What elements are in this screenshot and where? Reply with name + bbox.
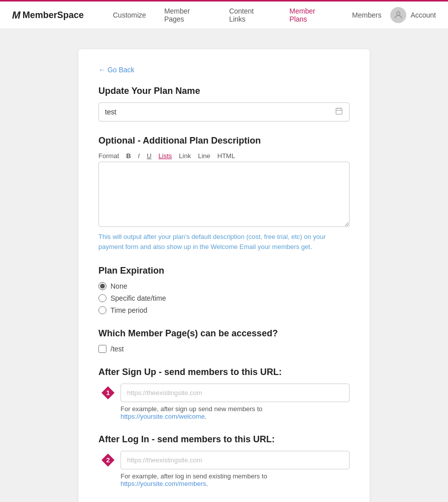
signup-url-helper: For example, after sign up send new memb… xyxy=(121,405,350,420)
toolbar-link[interactable]: Link xyxy=(179,152,191,160)
radio-none-input[interactable] xyxy=(98,282,106,290)
nav-members[interactable]: Members xyxy=(343,1,390,30)
svg-point-0 xyxy=(397,12,400,15)
nav-items: Customize Member Pages Content Links Mem… xyxy=(104,1,391,30)
signup-url-helper-link[interactable]: https://yoursite.com/welcome xyxy=(121,413,205,420)
toolbar-format[interactable]: Format xyxy=(98,152,119,160)
plan-name-title: Update Your Plan Name xyxy=(98,86,350,96)
toolbar-line[interactable]: Line xyxy=(198,152,210,160)
radio-none-label: None xyxy=(110,282,127,290)
expiration-title: Plan Expiration xyxy=(98,266,350,276)
plan-name-input-wrapper xyxy=(98,102,350,121)
radio-specific-date-label: Specific date/time xyxy=(110,294,166,302)
main-content: ← Go Back Update Your Plan Name Optional… xyxy=(0,29,448,502)
toolbar-html[interactable]: HTML xyxy=(217,152,235,160)
expiration-section: Plan Expiration None Specific date/time … xyxy=(98,266,350,314)
plan-name-input[interactable] xyxy=(105,108,331,116)
badge-1-container: 1 xyxy=(101,387,115,400)
page-test-checkbox[interactable] xyxy=(98,345,106,353)
toolbar-bold[interactable]: B xyxy=(126,152,131,160)
description-helper: This will output after your plan's defau… xyxy=(98,232,350,252)
login-url-section: After Log In - send members to this URL:… xyxy=(98,434,350,487)
login-url-field-area: 2 xyxy=(121,451,350,469)
brand-name: MemberSpace xyxy=(23,10,84,21)
form-card: ← Go Back Update Your Plan Name Optional… xyxy=(78,49,370,502)
signup-url-input[interactable] xyxy=(121,384,350,402)
radio-specific-date-input[interactable] xyxy=(98,294,106,302)
account-avatar-icon xyxy=(390,7,406,23)
brand-logo[interactable]: MMemberSpace xyxy=(12,10,84,21)
login-url-helper-suffix: . xyxy=(206,480,208,487)
signup-url-field-area: 1 xyxy=(121,384,350,402)
signup-url-helper-text: For example, after sign up send new memb… xyxy=(121,405,263,413)
description-textarea[interactable] xyxy=(98,162,350,227)
badge-2-container: 2 xyxy=(101,454,115,467)
badge-1-number: 1 xyxy=(106,389,109,397)
login-url-helper-text: For example, after log in send existing … xyxy=(121,472,267,480)
svg-rect-1 xyxy=(336,108,342,114)
account-label: Account xyxy=(410,11,436,19)
radio-specific-date[interactable]: Specific date/time xyxy=(98,294,350,302)
radio-time-period-label: Time period xyxy=(110,306,147,314)
editor-toolbar: Format B I U Lists Link Line HTML xyxy=(98,152,350,160)
signup-url-helper-suffix: . xyxy=(205,413,207,420)
login-url-helper: For example, after log in send existing … xyxy=(121,472,350,487)
page-test-checkbox-item[interactable]: /test xyxy=(98,345,350,353)
description-section: Optional - Additional Plan Description F… xyxy=(98,136,350,252)
radio-none[interactable]: None xyxy=(98,282,350,290)
expiration-radio-group: None Specific date/time Time period xyxy=(98,282,350,314)
badge-1: 1 xyxy=(101,387,115,400)
go-back-link[interactable]: ← Go Back xyxy=(98,66,135,74)
login-url-input[interactable] xyxy=(121,451,350,469)
member-pages-section: Which Member Page(s) can be accessed? /t… xyxy=(98,328,350,353)
page-test-label: /test xyxy=(110,345,124,353)
signup-url-title: After Sign Up - send members to this URL… xyxy=(98,367,350,378)
nav-customize[interactable]: Customize xyxy=(104,1,155,30)
toolbar-lists[interactable]: Lists xyxy=(159,152,172,160)
toolbar-italic[interactable]: I xyxy=(138,152,140,160)
badge-2: 2 xyxy=(101,454,115,467)
navbar: MMemberSpace Customize Member Pages Cont… xyxy=(0,0,448,29)
description-title: Optional - Additional Plan Description xyxy=(98,136,350,146)
member-pages-title: Which Member Page(s) can be accessed? xyxy=(98,328,350,339)
toolbar-underline[interactable]: U xyxy=(147,152,151,160)
account-menu[interactable]: Account xyxy=(390,7,436,23)
nav-content-links[interactable]: Content Links xyxy=(220,1,280,30)
badge-2-number: 2 xyxy=(106,456,109,464)
nav-member-pages[interactable]: Member Pages xyxy=(155,1,220,30)
brand-m-icon: M xyxy=(12,10,21,21)
radio-time-period-input[interactable] xyxy=(98,306,106,314)
calendar-icon xyxy=(335,107,343,117)
login-url-title: After Log In - send members to this URL: xyxy=(98,434,350,445)
login-url-helper-link[interactable]: https://yoursite.com/members xyxy=(121,480,206,487)
radio-time-period[interactable]: Time period xyxy=(98,306,350,314)
signup-url-section: After Sign Up - send members to this URL… xyxy=(98,367,350,420)
nav-member-plans[interactable]: Member Plans xyxy=(280,1,343,30)
plan-name-section: Update Your Plan Name xyxy=(98,86,350,121)
